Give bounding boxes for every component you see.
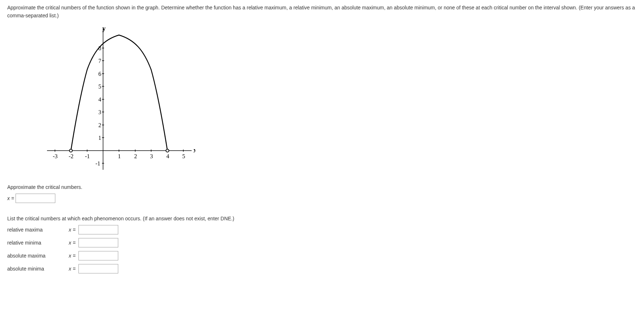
svg-text:5: 5 <box>182 153 185 159</box>
relative-maxima-input[interactable] <box>78 225 118 234</box>
svg-text:y: y <box>102 25 106 32</box>
svg-text:-2: -2 <box>69 153 73 159</box>
relative-minima-row: relative minima x = <box>7 238 637 247</box>
absolute-minima-eq: x = <box>69 266 76 272</box>
critical-numbers-input[interactable] <box>16 194 55 203</box>
relative-minima-label: relative minima <box>7 240 69 246</box>
x-ticks: -3 -2 -1 1 2 3 4 5 <box>53 150 185 159</box>
svg-text:x: x <box>193 147 195 154</box>
svg-text:-1: -1 <box>95 160 100 167</box>
relative-maxima-eq: x = <box>69 227 76 233</box>
svg-text:-3: -3 <box>53 153 57 159</box>
absolute-minima-label: absolute minima <box>7 266 69 272</box>
relative-minima-input[interactable] <box>78 238 118 247</box>
svg-text:3: 3 <box>98 109 101 115</box>
absolute-minima-row: absolute minima x = <box>7 264 637 273</box>
svg-point-39 <box>166 149 169 152</box>
svg-text:4: 4 <box>166 153 169 159</box>
svg-text:1: 1 <box>98 135 101 141</box>
critical-numbers-row: x = <box>7 194 637 203</box>
svg-text:4: 4 <box>98 96 101 103</box>
svg-text:3: 3 <box>150 153 153 159</box>
graph-container: -3 -2 -1 1 2 3 4 5 -1 1 2 3 <box>43 25 637 177</box>
svg-text:7: 7 <box>98 58 101 64</box>
absolute-minima-input[interactable] <box>78 264 118 273</box>
function-graph: -3 -2 -1 1 2 3 4 5 -1 1 2 3 <box>43 25 195 177</box>
svg-text:2: 2 <box>134 153 137 159</box>
absolute-maxima-row: absolute maxima x = <box>7 251 637 260</box>
prompt-approximate: Approximate the critical numbers. <box>7 184 637 190</box>
prompt-list-phenomena: List the critical numbers at which each … <box>7 216 637 221</box>
svg-point-38 <box>69 149 72 152</box>
svg-text:5: 5 <box>98 83 101 90</box>
absolute-maxima-input[interactable] <box>78 251 118 260</box>
question-text: Approximate the critical numbers of the … <box>7 4 637 20</box>
svg-text:6: 6 <box>98 71 101 77</box>
relative-maxima-label: relative maxima <box>7 227 69 233</box>
svg-text:1: 1 <box>118 153 121 159</box>
absolute-maxima-label: absolute maxima <box>7 253 69 259</box>
relative-minima-eq: x = <box>69 240 76 246</box>
svg-text:2: 2 <box>98 122 101 128</box>
critical-x-label: x = <box>7 195 14 201</box>
svg-text:-1: -1 <box>85 153 90 159</box>
absolute-maxima-eq: x = <box>69 253 76 259</box>
relative-maxima-row: relative maxima x = <box>7 225 637 234</box>
